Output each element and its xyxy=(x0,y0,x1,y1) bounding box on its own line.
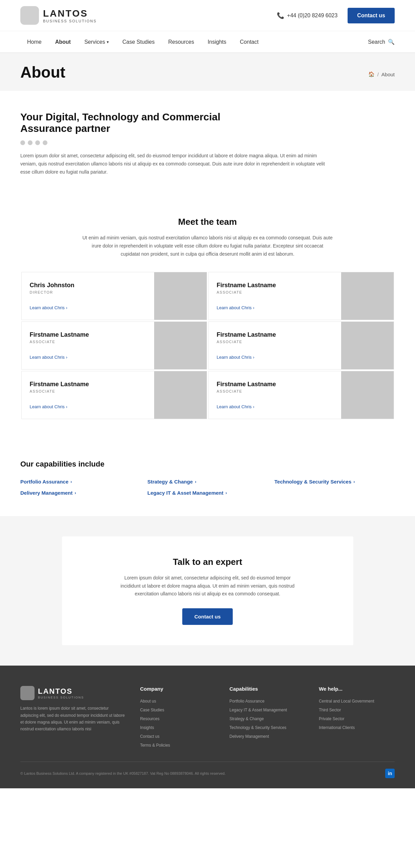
about-section: Your Digital, Technology and Commercial … xyxy=(0,91,415,196)
footer-cap-legacy[interactable]: Legacy IT & Asset Management xyxy=(229,708,287,712)
footer-logo-row: LANTOS BUSINESS SOLUTIONS xyxy=(20,686,126,700)
footer-cap-delivery[interactable]: Delivery Management xyxy=(229,734,269,739)
team-photo-3 xyxy=(341,322,394,369)
contact-us-button[interactable]: Contact us xyxy=(348,8,395,23)
team-info-4: Firstname Lastname ASSOCIATE Learn about… xyxy=(22,371,154,419)
team-link-5[interactable]: Learn about Chris › xyxy=(217,404,333,409)
list-item: Contact us xyxy=(140,733,216,739)
team-role-0: DIRECTOR xyxy=(30,290,146,294)
team-name-2: Firstname Lastname xyxy=(30,331,146,338)
footer-brand-name: LANTOS xyxy=(38,687,84,696)
nav-item-contact[interactable]: Contact xyxy=(233,32,265,53)
nav-item-home[interactable]: Home xyxy=(20,32,48,53)
list-item: Portfolio Assurance xyxy=(229,698,305,704)
footer-logo-area: LANTOS BUSINESS SOLUTIONS Lantos is lore… xyxy=(20,686,126,748)
team-link-1[interactable]: Learn about Chris › xyxy=(217,305,333,310)
capabilities-section: Our capabilities include Portfolio Assur… xyxy=(0,439,415,516)
footer-link-insights[interactable]: Insights xyxy=(140,725,154,730)
capability-strategy-change[interactable]: Strategy & Change › xyxy=(147,479,268,485)
footer-desc: Lantos is lorem ipsum dolor sit amet, co… xyxy=(20,705,126,733)
capability-portfolio-assurance[interactable]: Portfolio Assurance › xyxy=(20,479,141,485)
footer-brand-text: LANTOS BUSINESS SOLUTIONS xyxy=(38,687,84,699)
logo-area: LANTOS BUSINESS SOLUTIONS xyxy=(20,6,97,25)
team-title: Meet the team xyxy=(20,217,395,227)
table-row: Chris Johnston DIRECTOR Learn about Chri… xyxy=(21,272,207,320)
team-info-0: Chris Johnston DIRECTOR Learn about Chri… xyxy=(22,272,154,320)
logo-text: LANTOS BUSINESS SOLUTIONS xyxy=(43,8,97,23)
team-link-0[interactable]: Learn about Chris › xyxy=(30,305,146,310)
capability-legacy-asset[interactable]: Legacy IT & Asset Management › xyxy=(147,490,268,496)
nav-item-insights[interactable]: Insights xyxy=(201,32,233,53)
footer-link-resources[interactable]: Resources xyxy=(140,716,159,721)
expert-section: Talk to an expert Lorem ipsum dolor sit … xyxy=(0,516,415,666)
nav-item-services[interactable]: Services ▾ xyxy=(78,32,116,53)
footer-cap-tech[interactable]: Technology & Security Services xyxy=(229,725,286,730)
nav-item-about[interactable]: About xyxy=(48,32,78,53)
team-link-2[interactable]: Learn about Chris › xyxy=(30,355,146,360)
team-photo-5 xyxy=(341,371,394,419)
team-role-3: ASSOCIATE xyxy=(217,340,333,344)
team-link-3[interactable]: Learn about Chris › xyxy=(217,355,333,360)
breadcrumb-home[interactable]: 🏠 xyxy=(368,71,375,77)
team-info-1: Firstname Lastname ASSOCIATE Learn about… xyxy=(209,272,341,320)
cap-arrow-4: › xyxy=(226,490,227,495)
list-item: Case Studies xyxy=(140,707,216,713)
footer-capabilities-title: Capabilities xyxy=(229,686,305,692)
team-role-5: ASSOCIATE xyxy=(217,389,333,393)
team-role-1: ASSOCIATE xyxy=(217,290,333,294)
footer-we-help-title: We help... xyxy=(319,686,395,692)
footer-cap-strategy[interactable]: Strategy & Change xyxy=(229,716,264,721)
breadcrumb-separator: / xyxy=(377,72,379,77)
table-row: Firstname Lastname ASSOCIATE Learn about… xyxy=(208,371,394,419)
footer-help-international[interactable]: International Clients xyxy=(319,725,355,730)
footer-col-capabilities: Capabilities Portfolio Assurance Legacy … xyxy=(229,686,305,748)
footer-help-private[interactable]: Private Sector xyxy=(319,716,344,721)
expert-contact-button[interactable]: Contact us xyxy=(182,608,233,625)
team-section: Meet the team Ut enim ad minim veniam, q… xyxy=(0,196,415,439)
footer-col-company: Company About us Case Studies Resources … xyxy=(140,686,216,748)
footer-help-gov[interactable]: Central and Local Government xyxy=(319,699,374,704)
cap-arrow-0: › xyxy=(70,479,72,484)
team-name-3: Firstname Lastname xyxy=(217,331,333,338)
cap-label-0: Portfolio Assurance xyxy=(20,479,68,485)
phone-icon: 📞 xyxy=(277,12,284,19)
phone-number: +44 (0)20 8249 6023 xyxy=(287,13,337,19)
team-info-2: Firstname Lastname ASSOCIATE Learn about… xyxy=(22,322,154,369)
table-row: Firstname Lastname ASSOCIATE Learn about… xyxy=(208,272,394,320)
dot-2 xyxy=(28,140,33,145)
expert-box: Talk to an expert Lorem ipsum dolor sit … xyxy=(62,536,353,645)
list-item: Technology & Security Services xyxy=(229,724,305,730)
team-link-4[interactable]: Learn about Chris › xyxy=(30,404,146,409)
footer-help-third[interactable]: Third Sector xyxy=(319,708,341,712)
list-item: Resources xyxy=(140,715,216,722)
cap-label-4: Legacy IT & Asset Management xyxy=(147,490,224,496)
cap-label-1: Strategy & Change xyxy=(147,479,193,485)
footer-link-about-us[interactable]: About us xyxy=(140,699,156,704)
about-body: Lorem ipsum dolor sit amet, consectetur … xyxy=(20,152,325,176)
footer-link-contact-us[interactable]: Contact us xyxy=(140,734,159,739)
list-item: International Clients xyxy=(319,724,395,730)
dot-3 xyxy=(35,140,40,145)
capability-delivery-management[interactable]: Delivery Management › xyxy=(20,490,141,496)
nav-item-case-studies[interactable]: Case Studies xyxy=(116,32,161,53)
footer-link-case-studies[interactable]: Case Studies xyxy=(140,708,164,712)
breadcrumb-bar: About 🏠 / About xyxy=(0,53,415,91)
search-nav[interactable]: Search 🔍 xyxy=(368,31,395,53)
cap-arrow-2: › xyxy=(353,479,355,484)
dot-4 xyxy=(43,140,47,145)
list-item: Legacy IT & Asset Management xyxy=(229,707,305,713)
copyright-text: © Lantos Business Solutions Ltd. A compa… xyxy=(20,771,226,775)
services-dropdown-arrow: ▾ xyxy=(107,40,109,44)
list-item: Delivery Management xyxy=(229,733,305,739)
about-heading: Your Digital, Technology and Commercial … xyxy=(20,111,257,134)
linkedin-icon[interactable]: in xyxy=(385,769,395,778)
search-icon[interactable]: 🔍 xyxy=(388,39,395,45)
nav-item-resources[interactable]: Resources xyxy=(161,32,201,53)
footer-cap-portfolio[interactable]: Portfolio Assurance xyxy=(229,699,264,704)
capability-tech-security[interactable]: Technology & Security Services › xyxy=(274,479,395,485)
expert-title: Talk to an expert xyxy=(76,557,340,567)
footer-link-terms[interactable]: Terms & Policies xyxy=(140,743,170,748)
team-grid: Chris Johnston DIRECTOR Learn about Chri… xyxy=(21,272,394,419)
team-name-0: Chris Johnston xyxy=(30,282,146,289)
list-item: About us xyxy=(140,698,216,704)
